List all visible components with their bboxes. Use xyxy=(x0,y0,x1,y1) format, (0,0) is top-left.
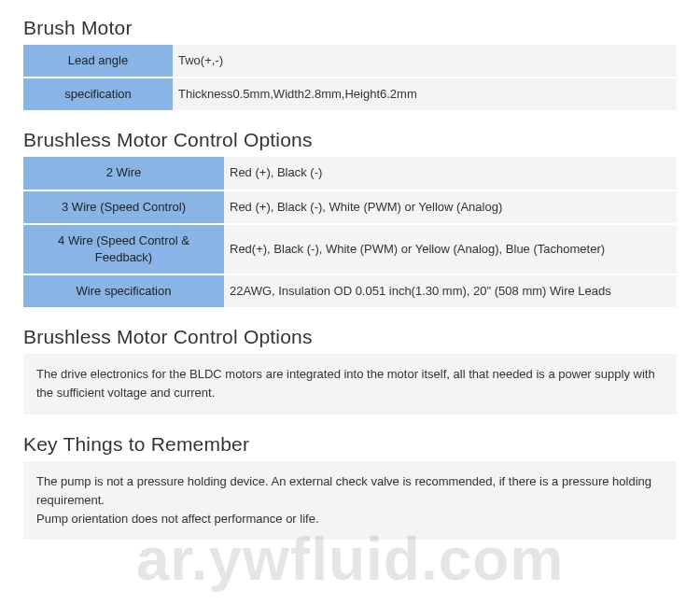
key-things-line1: The pump is not a pressure holding devic… xyxy=(36,472,664,510)
brush-motor-table: Lead angle Two(+,-) specification Thickn… xyxy=(23,45,677,110)
document-content: Brush Motor Lead angle Two(+,-) specific… xyxy=(0,0,700,568)
key-things-section: Key Things to Remember The pump is not a… xyxy=(23,433,677,540)
table-row: specification Thickness0.5mm,Width2.8mm,… xyxy=(23,78,677,110)
brushless-options-table: 2 Wire Red (+), Black (-) 3 Wire (Speed … xyxy=(23,157,677,307)
table-row: 2 Wire Red (+), Black (-) xyxy=(23,157,677,190)
row-label: 3 Wire (Speed Control) xyxy=(23,191,224,225)
row-value: Red (+), Black (-) xyxy=(224,157,677,190)
table-row: Wire specification 22AWG, Insulation OD … xyxy=(23,275,677,307)
brushless-options-text-title: Brushless Motor Control Options xyxy=(23,326,677,348)
row-value: Red(+), Black (-), White (PWM) or Yellow… xyxy=(224,225,677,275)
brush-motor-section: Brush Motor Lead angle Two(+,-) specific… xyxy=(23,17,677,110)
table-row: 3 Wire (Speed Control) Red (+), Black (-… xyxy=(23,191,677,225)
row-label: specification xyxy=(23,78,173,110)
row-label: 4 Wire (Speed Control & Feedback) xyxy=(23,225,224,275)
key-things-title: Key Things to Remember xyxy=(23,433,677,456)
row-label: Wire specification xyxy=(23,275,224,307)
row-value: Red (+), Black (-), White (PWM) or Yello… xyxy=(224,191,677,225)
row-label: Lead angle xyxy=(23,45,173,78)
brushless-options-text-section: Brushless Motor Control Options The driv… xyxy=(23,326,677,414)
brushless-options-table-section: Brushless Motor Control Options 2 Wire R… xyxy=(23,129,677,307)
key-things-line2: Pump orientation does not affect perform… xyxy=(36,510,664,528)
brushless-options-table-title: Brushless Motor Control Options xyxy=(23,129,677,151)
row-value: Thickness0.5mm,Width2.8mm,Height6.2mm xyxy=(173,78,677,110)
row-value: Two(+,-) xyxy=(173,45,677,78)
row-value: 22AWG, Insulation OD 0.051 inch(1.30 mm)… xyxy=(224,275,677,307)
table-row: Lead angle Two(+,-) xyxy=(23,45,677,78)
table-row: 4 Wire (Speed Control & Feedback) Red(+)… xyxy=(23,225,677,275)
row-label: 2 Wire xyxy=(23,157,224,190)
brushless-options-text-body: The drive electronics for the BLDC motor… xyxy=(23,354,677,414)
key-things-body: The pump is not a pressure holding devic… xyxy=(23,461,677,540)
brush-motor-title: Brush Motor xyxy=(23,17,677,39)
